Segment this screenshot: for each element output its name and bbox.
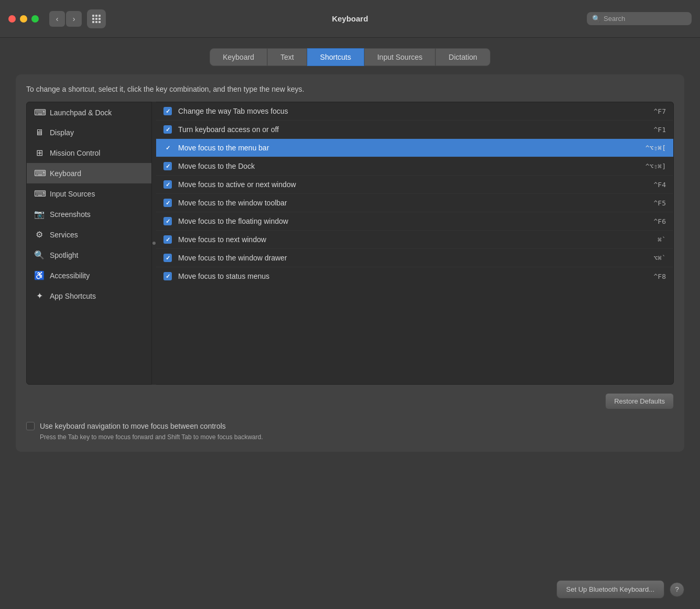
tab-keyboard[interactable]: Keyboard [210, 48, 267, 66]
settings-panel: To change a shortcut, select it, click t… [16, 74, 684, 452]
input-sources-icon: ⌨ [34, 189, 45, 199]
accessibility-icon: ♿ [34, 270, 45, 280]
tabs: KeyboardTextShortcutsInput SourcesDictat… [16, 48, 684, 66]
grid-button[interactable] [87, 9, 106, 28]
checkmark-icon: ✓ [166, 108, 170, 115]
sidebar-item-services[interactable]: ⚙Services [27, 224, 151, 245]
shortcut-checkbox-3[interactable]: ✓ [163, 162, 172, 170]
shortcut-checkbox-6[interactable]: ✓ [163, 217, 172, 225]
footer: Set Up Bluetooth Keyboard... ? [556, 580, 684, 599]
titlebar: ‹ › Keyboard 🔍 [0, 0, 700, 38]
close-button[interactable] [8, 15, 16, 23]
shortcut-key: ^F8 [654, 273, 666, 280]
instruction-text: To change a shortcut, select it, click t… [26, 85, 674, 93]
shortcut-row[interactable]: ✓Change the way Tab moves focus^F7 [156, 102, 673, 121]
shortcut-row[interactable]: ✓Move focus to active or next window^F4 [156, 176, 673, 194]
shortcuts-list: ✓Change the way Tab moves focus^F7✓Turn … [156, 102, 674, 385]
checkmark-icon: ✓ [166, 200, 170, 206]
forward-button[interactable]: › [66, 11, 82, 27]
bottom-nav: Use keyboard navigation to move focus be… [26, 422, 674, 441]
tab-shortcuts[interactable]: Shortcuts [307, 48, 364, 66]
sidebar-item-accessibility[interactable]: ♿Accessibility [27, 265, 151, 286]
back-button[interactable]: ‹ [49, 11, 65, 27]
sidebar-item-input-sources[interactable]: ⌨Input Sources [27, 183, 151, 204]
checkmark-icon: ✓ [166, 181, 170, 188]
shortcut-row[interactable]: ✓Move focus to the menu bar^⌥⇧⌘[ [156, 139, 673, 157]
checkmark-icon: ✓ [166, 126, 170, 133]
shortcut-checkbox-2[interactable]: ✓ [163, 144, 172, 152]
sidebar-list: ⌨Launchpad & Dock🖥Display⊞Mission Contro… [26, 102, 152, 385]
sidebar-label-input-sources: Input Sources [50, 190, 95, 198]
window-controls [8, 15, 39, 23]
tab-dictation[interactable]: Dictation [435, 48, 490, 66]
shortcut-key: ^F4 [654, 181, 666, 189]
search-icon: 🔍 [592, 15, 600, 23]
shortcut-key: ^F5 [654, 199, 666, 207]
shortcut-checkbox-9[interactable]: ✓ [163, 272, 172, 280]
shortcut-key: ^⌥⇧⌘] [646, 162, 666, 170]
nav-checkbox-row: Use keyboard navigation to move focus be… [26, 422, 674, 430]
shortcut-checkbox-0[interactable]: ✓ [163, 107, 172, 115]
shortcut-name: Turn keyboard access on or off [178, 125, 648, 134]
shortcut-row[interactable]: ✓Move focus to next window⌘` [156, 231, 673, 249]
tab-text[interactable]: Text [267, 48, 307, 66]
shortcut-checkbox-1[interactable]: ✓ [163, 125, 172, 134]
shortcut-name: Move focus to active or next window [178, 180, 648, 189]
set-up-bluetooth-button[interactable]: Set Up Bluetooth Keyboard... [556, 580, 664, 599]
tab-input-sources[interactable]: Input Sources [364, 48, 435, 66]
shortcut-checkbox-5[interactable]: ✓ [163, 199, 172, 207]
shortcut-name: Move focus to the window toolbar [178, 199, 648, 207]
search-bar: 🔍 [587, 12, 692, 25]
shortcut-name: Move focus to the floating window [178, 217, 648, 225]
shortcut-name: Move focus to next window [178, 235, 651, 244]
sidebar-label-app-shortcuts: App Shortcuts [50, 292, 96, 300]
shortcut-name: Move focus to the Dock [178, 162, 639, 170]
nav-checkbox[interactable] [26, 422, 35, 430]
nav-hint: Press the Tab key to move focus forward … [40, 433, 674, 441]
shortcut-name: Move focus to the window drawer [178, 254, 648, 262]
shortcut-name: Move focus to the menu bar [178, 144, 639, 152]
checkmark-icon: ✓ [166, 236, 170, 243]
shortcut-row[interactable]: ✓Move focus to the window toolbar^F5 [156, 194, 673, 212]
checkmark-icon: ✓ [166, 218, 170, 225]
checkmark-icon: ✓ [166, 273, 170, 280]
sidebar-label-spotlight: Spotlight [50, 251, 78, 259]
restore-defaults-area: Restore Defaults [26, 393, 674, 409]
maximize-button[interactable] [31, 15, 39, 23]
screenshots-icon: 📷 [34, 209, 45, 219]
window-title: Keyboard [332, 14, 368, 23]
checkmark-icon: ✓ [166, 255, 170, 262]
shortcut-key: ⌥⌘` [654, 254, 666, 262]
sidebar-item-launchpad-dock[interactable]: ⌨Launchpad & Dock [27, 102, 151, 123]
sidebar-item-spotlight[interactable]: 🔍Spotlight [27, 245, 151, 265]
shortcut-name: Move focus to status menus [178, 272, 648, 280]
sidebar-item-screenshots[interactable]: 📷Screenshots [27, 204, 151, 224]
nav-arrows: ‹ › [49, 11, 82, 27]
shortcut-checkbox-4[interactable]: ✓ [163, 180, 172, 189]
shortcut-row[interactable]: ✓Move focus to status menus^F8 [156, 267, 673, 285]
content-area: ⌨Launchpad & Dock🖥Display⊞Mission Contro… [26, 102, 674, 385]
sidebar-item-keyboard[interactable]: ⌨Keyboard [27, 163, 151, 183]
shortcut-row[interactable]: ✓Move focus to the floating window^F6 [156, 212, 673, 231]
sidebar-label-launchpad-dock: Launchpad & Dock [50, 108, 112, 117]
app-shortcuts-icon: ✦ [34, 291, 45, 301]
sidebar-label-screenshots: Screenshots [50, 210, 91, 219]
shortcut-key: ^⌥⇧⌘[ [646, 144, 666, 152]
restore-defaults-button[interactable]: Restore Defaults [605, 393, 674, 409]
minimize-button[interactable] [20, 15, 27, 23]
sidebar-item-display[interactable]: 🖥Display [27, 123, 151, 143]
resizer[interactable] [152, 102, 156, 385]
shortcut-key: ^F7 [654, 107, 666, 115]
shortcut-row[interactable]: ✓Move focus to the window drawer⌥⌘` [156, 249, 673, 267]
shortcut-row[interactable]: ✓Move focus to the Dock^⌥⇧⌘] [156, 157, 673, 176]
launchpad-dock-icon: ⌨ [34, 107, 45, 117]
search-input[interactable] [604, 15, 686, 23]
shortcut-checkbox-8[interactable]: ✓ [163, 254, 172, 262]
sidebar-item-mission-control[interactable]: ⊞Mission Control [27, 143, 151, 163]
services-icon: ⚙ [34, 230, 45, 240]
sidebar-item-app-shortcuts[interactable]: ✦App Shortcuts [27, 286, 151, 306]
help-button[interactable]: ? [670, 582, 684, 597]
shortcut-key: ^F6 [654, 218, 666, 225]
shortcut-row[interactable]: ✓Turn keyboard access on or off^F1 [156, 121, 673, 139]
shortcut-checkbox-7[interactable]: ✓ [163, 235, 172, 244]
